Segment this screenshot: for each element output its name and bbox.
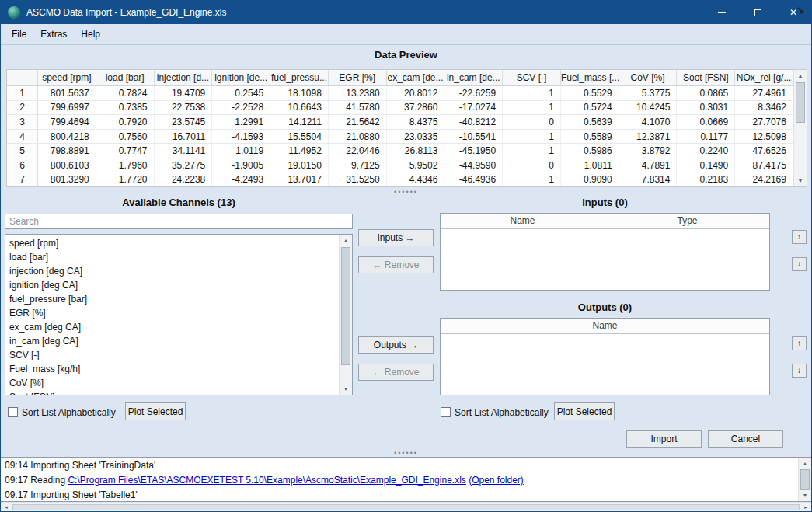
preview-cell: 0.0669: [677, 115, 735, 129]
scrollbar-thumb[interactable]: [796, 82, 805, 123]
collapse-arrow-icon[interactable]: ↘: [796, 4, 805, 16]
scroll-right-icon[interactable]: ►: [800, 503, 811, 512]
inputs-move-up-button[interactable]: ↑: [792, 230, 807, 244]
splitter-handle-icon: ••••••: [394, 190, 418, 194]
preview-cell: 0.2240: [677, 144, 735, 158]
preview-row[interactable]: 7801.32901.772024.2238-4.249313.701731.5…: [7, 172, 793, 186]
outputs-name-header[interactable]: Name: [441, 319, 769, 333]
preview-cell: 24.2238: [155, 172, 213, 186]
inputs-type-header[interactable]: Type: [605, 214, 769, 228]
preview-cell: 16.7011: [155, 130, 213, 144]
preview-column-header[interactable]: ex_cam [de...: [387, 70, 445, 85]
scrollbar-thumb[interactable]: [800, 469, 810, 490]
preview-cell: 799.6997: [38, 101, 96, 115]
log-scrollbar[interactable]: ▲ ▼: [798, 458, 811, 501]
inputs-name-header[interactable]: Name: [441, 214, 605, 228]
scroll-down-icon[interactable]: ▼: [340, 383, 352, 395]
preview-column-header[interactable]: EGR [%]: [329, 70, 387, 85]
preview-row[interactable]: 6800.61031.796035.2775-1.900519.01509.71…: [7, 158, 793, 173]
preview-column-header[interactable]: speed [rpm]: [38, 70, 96, 85]
channel-item[interactable]: load [bar]: [5, 250, 339, 264]
preview-row[interactable]: 3799.46940.792023.57451.299114.121121.56…: [7, 115, 793, 130]
sort-alphabetically-checkbox-right[interactable]: [441, 407, 451, 417]
scroll-down-icon[interactable]: ▼: [794, 175, 807, 186]
search-input[interactable]: [5, 214, 353, 229]
preview-column-header[interactable]: load [bar]: [96, 70, 155, 85]
preview-cell: 24.2169: [735, 172, 793, 186]
menu-help[interactable]: Help: [74, 26, 107, 43]
preview-column-header[interactable]: SCV [-]: [503, 70, 561, 85]
channel-item[interactable]: fuel_pressure [bar]: [5, 292, 339, 306]
close-button[interactable]: ✕: [775, 1, 811, 24]
preview-column-header[interactable]: injection [d...: [155, 70, 213, 85]
horizontal-splitter-2[interactable]: ••••••: [1, 449, 811, 457]
preview-cell: -4.1593: [212, 130, 270, 144]
menu-extras[interactable]: Extras: [33, 26, 74, 43]
channel-item[interactable]: CoV [%]: [5, 376, 339, 390]
preview-column-header[interactable]: ignition [de...: [212, 70, 270, 85]
preview-column-header[interactable]: fuel_pressu...: [270, 70, 329, 85]
preview-row[interactable]: 1801.56370.782419.47090.254518.109813.23…: [7, 86, 793, 101]
channel-item[interactable]: ex_cam [deg CA]: [5, 320, 339, 334]
log-horizontal-scrollbar[interactable]: ◄ ►: [1, 503, 811, 512]
channel-item[interactable]: Fuel_mass [kg/h]: [5, 362, 339, 376]
preview-column-header[interactable]: NOx_rel [g/...: [735, 70, 793, 85]
preview-column-header[interactable]: CoV [%]: [619, 70, 678, 85]
preview-column-header[interactable]: Fuel_mass [...: [561, 70, 619, 85]
preview-cell: -45.1950: [444, 144, 503, 158]
row-number: 6: [7, 158, 38, 172]
menu-file[interactable]: File: [5, 26, 33, 43]
preview-column-header[interactable]: in_cam [de...: [444, 70, 503, 85]
preview-cell: 0.5529: [561, 86, 619, 100]
sort-alphabetically-checkbox-left[interactable]: [8, 407, 18, 417]
remove-inputs-button[interactable]: ← Remove: [358, 256, 434, 273]
outputs-move-down-button[interactable]: ↓: [792, 364, 807, 378]
channel-item[interactable]: EGR [%]: [5, 306, 339, 320]
titlebar[interactable]: ASCMO Data Import - Example_GDI_Engine.x…: [1, 1, 811, 24]
inputs-move-down-button[interactable]: ↓: [792, 257, 807, 271]
scroll-left-icon[interactable]: ◄: [1, 503, 12, 512]
channel-item[interactable]: ignition [deg CA]: [5, 278, 339, 292]
log-link[interactable]: C:\Program Files\ETAS\ASCMOEXETEST 5.10\…: [68, 475, 465, 486]
maximize-button[interactable]: [740, 1, 775, 24]
row-number: 1: [7, 86, 38, 100]
preview-row[interactable]: 4800.42180.756016.7011-4.159315.550421.0…: [7, 130, 793, 145]
import-button[interactable]: Import: [626, 430, 702, 448]
scrollbar-thumb[interactable]: [341, 247, 350, 365]
outputs-transfer-button[interactable]: Outputs →: [358, 336, 434, 354]
preview-column-header[interactable]: Soot [FSN]: [677, 70, 735, 85]
inputs-table-body: [441, 229, 769, 290]
minimize-button[interactable]: [704, 1, 740, 24]
preview-cell: 11.4952: [270, 144, 329, 158]
remove-outputs-button[interactable]: ← Remove: [358, 364, 434, 381]
scrollbar-thumb[interactable]: [12, 504, 800, 510]
preview-cell: 0: [503, 158, 561, 172]
log-link[interactable]: (Open folder): [469, 475, 524, 486]
preview-row[interactable]: 5798.88910.774734.11411.011911.495222.04…: [7, 144, 793, 158]
preview-cell: 0.0865: [677, 86, 735, 100]
horizontal-splitter[interactable]: ••••••: [1, 188, 811, 196]
channel-item[interactable]: speed [rpm]: [5, 236, 339, 250]
channel-item[interactable]: SCV [-]: [5, 348, 339, 362]
preview-scrollbar[interactable]: ▲ ▼: [793, 70, 807, 186]
log-line: 09:14 Importing Sheet 'TrainingData': [5, 458, 794, 473]
channel-item[interactable]: in_cam [deg CA]: [5, 334, 339, 348]
scroll-up-icon[interactable]: ▲: [799, 458, 811, 469]
cancel-button[interactable]: Cancel: [708, 430, 783, 448]
preview-cell: 41.5780: [329, 101, 387, 115]
data-preview-title: Data Preview: [1, 46, 811, 64]
plot-selected-button-left[interactable]: Plot Selected: [125, 402, 186, 420]
preview-cell: 7.8314: [619, 172, 678, 186]
menubar-items: FileExtrasHelp: [5, 29, 107, 40]
channel-item[interactable]: Soot [FSN]: [5, 390, 339, 395]
outputs-move-up-button[interactable]: ↑: [792, 336, 807, 350]
scroll-up-icon[interactable]: ▲: [794, 70, 807, 82]
scroll-up-icon[interactable]: ▲: [340, 235, 352, 246]
inputs-transfer-button[interactable]: Inputs →: [358, 229, 434, 246]
preview-cell: -17.0274: [444, 101, 503, 115]
channel-list-scrollbar[interactable]: ▲ ▼: [339, 235, 352, 395]
scroll-down-icon[interactable]: ▼: [799, 489, 811, 501]
channel-item[interactable]: injection [deg CA]: [5, 264, 339, 278]
preview-row[interactable]: 2799.69970.738522.7538-2.252810.664341.5…: [7, 101, 793, 116]
plot-selected-button-right[interactable]: Plot Selected: [554, 402, 615, 420]
